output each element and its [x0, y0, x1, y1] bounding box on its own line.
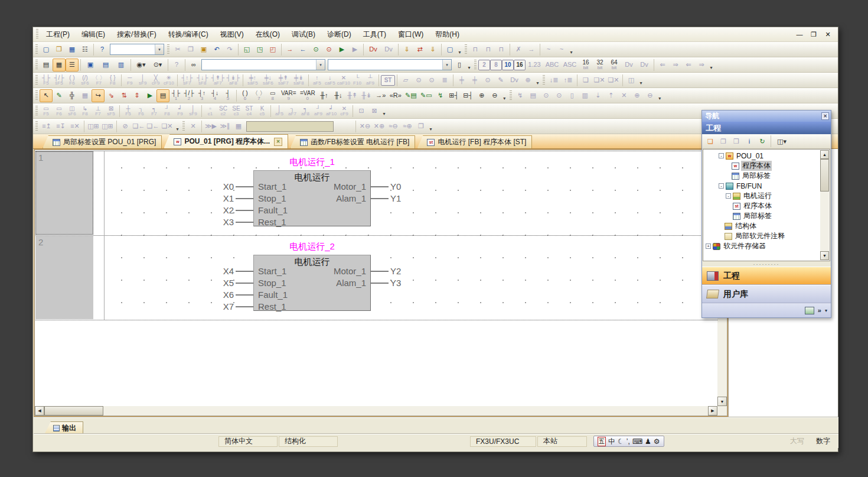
transfer-setup-button[interactable]: ⇓	[426, 43, 439, 56]
context-help-button[interactable]: ?	[170, 59, 183, 72]
close-button[interactable]: ✕	[823, 30, 833, 39]
sfc-sel-join-button[interactable]: ┘F8	[161, 105, 174, 118]
edge-compare2-icon[interactable]: ⊙	[412, 74, 425, 87]
radix-dec-button[interactable]: 10	[502, 60, 514, 70]
debug-zoomin-icon[interactable]: ⊕	[631, 89, 644, 102]
navigation-window-button[interactable]: ▤	[40, 59, 53, 72]
menu-item-2[interactable]: 搜索/替换(F)	[111, 28, 162, 41]
window-select-combo[interactable]: ▾	[110, 44, 164, 55]
toolbar-overflow-button[interactable]: ▾	[456, 43, 463, 56]
rising-pulse-close-button[interactable]: ┤↟├aF7	[210, 74, 226, 87]
tree-item-局部标签[interactable]: 局部标签	[703, 211, 830, 221]
scan-plus-icon[interactable]: ✕⊕	[372, 120, 386, 133]
toolbar-overflow-button[interactable]: ▾	[428, 120, 434, 133]
sfc-k-button[interactable]: Kc5	[256, 105, 269, 118]
find-button[interactable]: ∞	[187, 59, 200, 72]
online-change-button[interactable]: ⇄	[413, 43, 426, 56]
debug-up-icon[interactable]: ⇡	[605, 89, 618, 102]
monitor-stop-button[interactable]: ⊙	[322, 43, 335, 56]
comment-console-button[interactable]: ▶	[143, 89, 156, 102]
menu-item-5[interactable]: 在线(O)	[250, 28, 286, 41]
statement-display-button[interactable]: ▤	[98, 59, 113, 72]
select-mode-button[interactable]: ↖	[40, 89, 53, 102]
next-device-icon[interactable]: ⇒	[669, 59, 682, 72]
toolbar-grip[interactable]	[167, 44, 169, 55]
toolbar-grip[interactable]	[35, 106, 38, 116]
sfc-arrow2-button[interactable]: ┐aF7	[286, 105, 299, 118]
monitor-pause-button[interactable]: ▶	[348, 43, 361, 56]
tree-item-局部标签[interactable]: 局部标签	[703, 171, 830, 181]
tree-item-电机运行[interactable]: -电机运行	[703, 191, 830, 201]
guided-editing-button[interactable]: ╬	[66, 89, 79, 102]
sfc-arrow3-button[interactable]: ┑aF8	[299, 105, 312, 118]
toolbar-overflow-button[interactable]: ▾	[381, 105, 387, 118]
block-disable-icon[interactable]: ⊘	[119, 120, 132, 133]
sfc-step-button[interactable]: ▭F5	[40, 105, 53, 118]
tree-item-局部软元件注释[interactable]: 局部软元件注释	[703, 231, 830, 241]
wave2-icon[interactable]: ~	[555, 43, 568, 56]
edge-compare3-icon[interactable]: ⊙	[425, 74, 438, 87]
watch-blank2-icon[interactable]	[344, 120, 354, 133]
view-button-工程[interactable]: 工程	[702, 267, 831, 285]
ime-toolbar[interactable]: 五中☾’,⌨♟⚙	[593, 436, 664, 447]
guided-mode2-button[interactable]: ▦	[79, 89, 92, 102]
debug-list-icon[interactable]: ▤	[527, 89, 540, 102]
prev-device-icon[interactable]: ⇐	[656, 59, 669, 72]
pulse-or-button[interactable]: ╪↑saF5	[245, 74, 260, 87]
tree-scroll-up-button[interactable]: ▲	[820, 150, 829, 159]
debug-find2-icon[interactable]: ⊙	[553, 89, 566, 102]
ime-settings-icon[interactable]: ⚙	[654, 437, 660, 446]
nav-paste-button[interactable]: ❒	[730, 135, 743, 148]
zoom-header-icon[interactable]: ⊕	[521, 74, 534, 87]
zoom-out-button[interactable]: ⊖	[488, 89, 501, 102]
closed-coil-button[interactable]: (/)sF6	[79, 74, 92, 87]
print-button[interactable]: ☷	[79, 43, 92, 56]
edit-box-button[interactable]: ✎▭	[419, 89, 434, 102]
ime-language-icon[interactable]: 中	[608, 437, 615, 446]
block-down-icon[interactable]: ≡↧	[54, 120, 68, 133]
fbd-var-in-button[interactable]: VAR=9	[279, 89, 298, 102]
chevron-down-icon[interactable]: ▾	[155, 44, 164, 54]
convert-pulse-button[interactable]: ↓caF5	[324, 74, 337, 87]
paste-button[interactable]: ▣	[197, 43, 210, 56]
interconnect-mode-button[interactable]: ✎	[53, 89, 66, 102]
device-test2-icon[interactable]: ╪	[468, 74, 481, 87]
sfc-sel-branch-button[interactable]: ┼F5	[122, 105, 135, 118]
device-mode2-icon[interactable]: Dv	[637, 59, 652, 72]
nav-refresh-button[interactable]: ↻	[756, 135, 769, 148]
fbd-coil-button[interactable]: ( )6	[239, 89, 252, 102]
save-project-button[interactable]: ▦	[66, 43, 79, 56]
toolbar-grip[interactable]	[35, 90, 38, 101]
auto-connect-button[interactable]: ↪	[92, 89, 105, 102]
close-icon[interactable]: ✕	[821, 112, 829, 120]
jump-label-button[interactable]: →»	[374, 89, 388, 102]
sfc-sc-button[interactable]: SCc2	[217, 105, 230, 118]
tree-item-软元件存储器[interactable]: +软元件存储器	[703, 241, 830, 251]
output-window-button[interactable]: ☰	[66, 59, 79, 72]
sort-down-icon[interactable]: ↓≣	[547, 74, 561, 87]
window2-icon[interactable]: ❏✕	[592, 74, 606, 87]
connection-destination-icon[interactable]	[805, 307, 814, 314]
debug-run-icon[interactable]: ↯	[514, 89, 527, 102]
fbd-contact-button[interactable]: ┤├1	[169, 89, 182, 102]
closed-contact-button[interactable]: ┤/├sF5	[53, 74, 66, 87]
display-ascii-button[interactable]: ASC	[561, 59, 579, 72]
undo-button[interactable]: ↶	[210, 43, 223, 56]
network-header-1[interactable]: 1	[35, 151, 93, 235]
block-up-icon[interactable]: ≡↥	[40, 120, 54, 133]
chevron-down-icon[interactable]: ▾	[316, 60, 325, 70]
invert-result-button[interactable]: ↑aF5	[311, 74, 324, 87]
toolbar-overflow-button[interactable]: ▾	[534, 74, 541, 87]
wave-plus-icon[interactable]: ≈⊕	[400, 120, 415, 133]
new-project-button[interactable]: ▢	[40, 43, 53, 56]
label-list-button[interactable]: ▤	[156, 89, 169, 102]
menu-item-3[interactable]: 转换/编译(C)	[162, 28, 214, 41]
menu-item-7[interactable]: 诊断(D)	[321, 28, 357, 41]
falling-pulse-close-button[interactable]: ┤↡├aF8	[226, 74, 241, 87]
edge-compare1-icon[interactable]: ▱	[399, 74, 412, 87]
scan-minus-icon[interactable]: ✕⊖	[358, 120, 372, 133]
toolbar-grip[interactable]	[35, 44, 38, 55]
open-branch-button[interactable]: 〈 〉F7	[92, 74, 106, 87]
fbd-var-out-button[interactable]: =VAR0	[298, 89, 317, 102]
debug-down-icon[interactable]: ⇣	[592, 89, 605, 102]
